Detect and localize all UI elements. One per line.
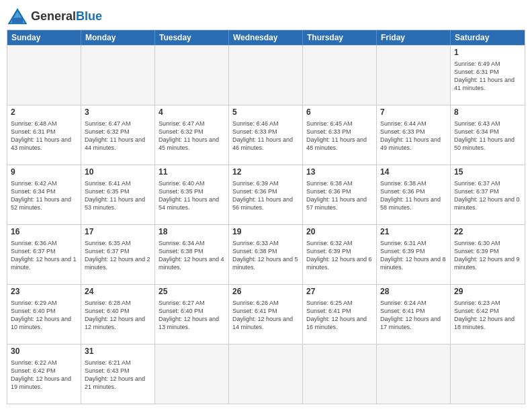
- calendar-cell: 2Sunrise: 6:48 AM Sunset: 6:31 PM Daylig…: [7, 105, 81, 165]
- day-number: 22: [454, 227, 521, 238]
- day-number: 30: [11, 347, 77, 357]
- calendar-cell: 20Sunrise: 6:32 AM Sunset: 6:39 PM Dayli…: [303, 225, 377, 284]
- day-info: Sunrise: 6:42 AM Sunset: 6:34 PM Dayligh…: [11, 179, 77, 212]
- day-info: Sunrise: 6:37 AM Sunset: 6:37 PM Dayligh…: [454, 179, 521, 212]
- day-number: 23: [11, 287, 77, 298]
- day-number: 28: [380, 287, 447, 298]
- day-info: Sunrise: 6:41 AM Sunset: 6:35 PM Dayligh…: [85, 179, 151, 212]
- day-info: Sunrise: 6:24 AM Sunset: 6:41 PM Dayligh…: [380, 299, 447, 332]
- day-number: 21: [380, 227, 447, 238]
- calendar-cell: 6Sunrise: 6:45 AM Sunset: 6:33 PM Daylig…: [303, 105, 377, 165]
- calendar-cell: 26Sunrise: 6:26 AM Sunset: 6:41 PM Dayli…: [229, 285, 303, 344]
- day-number: 19: [232, 227, 299, 238]
- calendar-cell: [451, 345, 525, 404]
- calendar-cell: 31Sunrise: 6:21 AM Sunset: 6:43 PM Dayli…: [81, 345, 155, 404]
- calendar-header: SundayMondayTuesdayWednesdayThursdayFrid…: [7, 30, 525, 45]
- day-info: Sunrise: 6:22 AM Sunset: 6:42 PM Dayligh…: [11, 359, 77, 392]
- day-info: Sunrise: 6:28 AM Sunset: 6:40 PM Dayligh…: [85, 299, 151, 332]
- calendar-cell: [7, 46, 81, 105]
- calendar-cell: 24Sunrise: 6:28 AM Sunset: 6:40 PM Dayli…: [81, 285, 155, 344]
- day-info: Sunrise: 6:25 AM Sunset: 6:41 PM Dayligh…: [306, 299, 373, 332]
- day-number: 26: [232, 287, 299, 298]
- day-info: Sunrise: 6:26 AM Sunset: 6:41 PM Dayligh…: [232, 299, 299, 332]
- day-info: Sunrise: 6:47 AM Sunset: 6:32 PM Dayligh…: [85, 120, 151, 152]
- day-info: Sunrise: 6:49 AM Sunset: 6:31 PM Dayligh…: [454, 60, 521, 93]
- day-info: Sunrise: 6:27 AM Sunset: 6:40 PM Dayligh…: [159, 299, 225, 332]
- calendar-cell: 8Sunrise: 6:43 AM Sunset: 6:34 PM Daylig…: [451, 105, 525, 165]
- calendar-cell: [229, 345, 303, 404]
- day-info: Sunrise: 6:44 AM Sunset: 6:33 PM Dayligh…: [380, 120, 447, 152]
- calendar-row-3: 9Sunrise: 6:42 AM Sunset: 6:34 PM Daylig…: [7, 165, 525, 224]
- calendar-cell: 4Sunrise: 6:47 AM Sunset: 6:32 PM Daylig…: [155, 105, 229, 165]
- day-number: 16: [11, 227, 77, 238]
- svg-rect-2: [12, 17, 23, 23]
- calendar-cell: 15Sunrise: 6:37 AM Sunset: 6:37 PM Dayli…: [451, 165, 525, 224]
- calendar-cell: [377, 345, 451, 404]
- calendar-cell: 13Sunrise: 6:38 AM Sunset: 6:36 PM Dayli…: [303, 165, 377, 224]
- weekday-header-tuesday: Tuesday: [155, 30, 229, 45]
- calendar-cell: [229, 46, 303, 105]
- day-number: 6: [306, 107, 373, 118]
- calendar-cell: 11Sunrise: 6:40 AM Sunset: 6:35 PM Dayli…: [155, 165, 229, 224]
- day-number: 29: [454, 287, 521, 298]
- day-number: 18: [159, 227, 225, 238]
- calendar: SundayMondayTuesdayWednesdayThursdayFrid…: [7, 30, 525, 404]
- day-info: Sunrise: 6:36 AM Sunset: 6:37 PM Dayligh…: [11, 239, 77, 272]
- day-number: 14: [380, 167, 447, 178]
- calendar-cell: 27Sunrise: 6:25 AM Sunset: 6:41 PM Dayli…: [303, 285, 377, 344]
- calendar-row-2: 2Sunrise: 6:48 AM Sunset: 6:31 PM Daylig…: [7, 105, 525, 165]
- day-number: 12: [232, 167, 299, 178]
- calendar-cell: 23Sunrise: 6:29 AM Sunset: 6:40 PM Dayli…: [7, 285, 81, 344]
- day-number: 8: [454, 107, 521, 118]
- day-number: 25: [159, 287, 225, 298]
- day-number: 27: [306, 287, 373, 298]
- calendar-cell: 21Sunrise: 6:31 AM Sunset: 6:39 PM Dayli…: [377, 225, 451, 284]
- header: GeneralBlue: [7, 7, 525, 26]
- day-number: 15: [454, 167, 521, 178]
- day-info: Sunrise: 6:48 AM Sunset: 6:31 PM Dayligh…: [11, 120, 77, 152]
- day-info: Sunrise: 6:30 AM Sunset: 6:39 PM Dayligh…: [454, 239, 521, 272]
- day-number: 1: [454, 48, 521, 58]
- calendar-cell: 18Sunrise: 6:34 AM Sunset: 6:38 PM Dayli…: [155, 225, 229, 284]
- day-info: Sunrise: 6:38 AM Sunset: 6:36 PM Dayligh…: [306, 179, 373, 212]
- page: GeneralBlue SundayMondayTuesdayWednesday…: [0, 0, 532, 411]
- day-number: 24: [85, 287, 151, 298]
- weekday-header-thursday: Thursday: [303, 30, 377, 45]
- calendar-cell: 16Sunrise: 6:36 AM Sunset: 6:37 PM Dayli…: [7, 225, 81, 284]
- calendar-cell: 10Sunrise: 6:41 AM Sunset: 6:35 PM Dayli…: [81, 165, 155, 224]
- weekday-header-friday: Friday: [377, 30, 451, 45]
- calendar-row-6: 30Sunrise: 6:22 AM Sunset: 6:42 PM Dayli…: [7, 344, 525, 404]
- day-number: 31: [85, 347, 151, 357]
- calendar-cell: 5Sunrise: 6:46 AM Sunset: 6:33 PM Daylig…: [229, 105, 303, 165]
- day-number: 4: [159, 107, 225, 118]
- day-number: 5: [232, 107, 299, 118]
- day-number: 2: [11, 107, 77, 118]
- day-info: Sunrise: 6:34 AM Sunset: 6:38 PM Dayligh…: [159, 239, 225, 272]
- calendar-cell: [81, 46, 155, 105]
- calendar-cell: [377, 46, 451, 105]
- day-info: Sunrise: 6:32 AM Sunset: 6:39 PM Dayligh…: [306, 239, 373, 272]
- weekday-header-wednesday: Wednesday: [229, 30, 303, 45]
- calendar-cell: [303, 345, 377, 404]
- day-number: 17: [85, 227, 151, 238]
- logo-blue: Blue: [76, 9, 102, 23]
- calendar-cell: 3Sunrise: 6:47 AM Sunset: 6:32 PM Daylig…: [81, 105, 155, 165]
- day-number: 11: [159, 167, 225, 178]
- calendar-cell: 28Sunrise: 6:24 AM Sunset: 6:41 PM Dayli…: [377, 285, 451, 344]
- day-info: Sunrise: 6:31 AM Sunset: 6:39 PM Dayligh…: [380, 239, 447, 272]
- day-number: 10: [85, 167, 151, 178]
- day-number: 13: [306, 167, 373, 178]
- day-info: Sunrise: 6:46 AM Sunset: 6:33 PM Dayligh…: [232, 120, 299, 152]
- day-info: Sunrise: 6:38 AM Sunset: 6:36 PM Dayligh…: [380, 179, 447, 212]
- day-info: Sunrise: 6:35 AM Sunset: 6:37 PM Dayligh…: [85, 239, 151, 272]
- calendar-cell: 7Sunrise: 6:44 AM Sunset: 6:33 PM Daylig…: [377, 105, 451, 165]
- day-info: Sunrise: 6:29 AM Sunset: 6:40 PM Dayligh…: [11, 299, 77, 332]
- logo-text: GeneralBlue: [31, 9, 102, 24]
- day-number: 9: [11, 167, 77, 178]
- day-number: 7: [380, 107, 447, 118]
- calendar-cell: 30Sunrise: 6:22 AM Sunset: 6:42 PM Dayli…: [7, 345, 81, 404]
- day-info: Sunrise: 6:39 AM Sunset: 6:36 PM Dayligh…: [232, 179, 299, 212]
- day-info: Sunrise: 6:33 AM Sunset: 6:38 PM Dayligh…: [232, 239, 299, 272]
- weekday-header-sunday: Sunday: [7, 30, 81, 45]
- calendar-row-5: 23Sunrise: 6:29 AM Sunset: 6:40 PM Dayli…: [7, 284, 525, 344]
